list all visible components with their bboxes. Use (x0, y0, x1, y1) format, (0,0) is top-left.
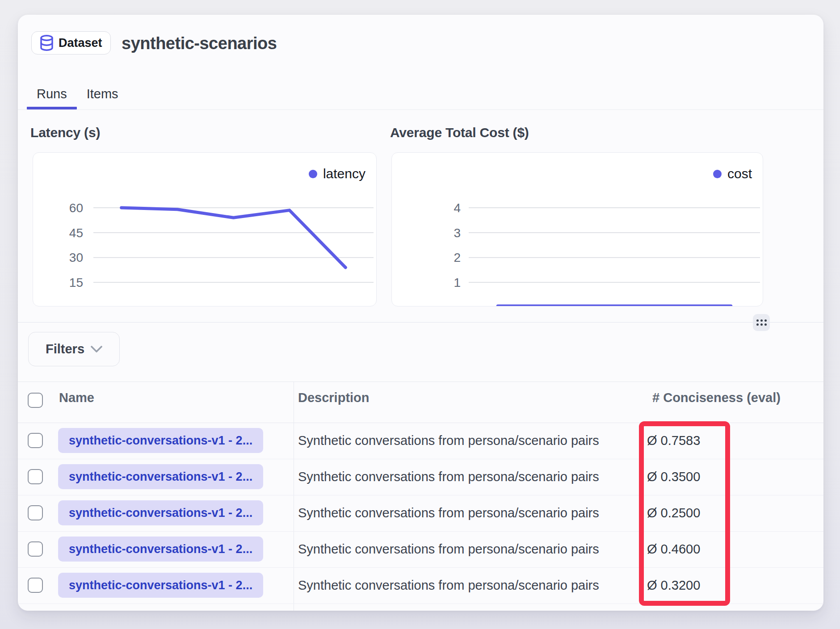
grid-dots (756, 319, 767, 326)
tabs-divider (18, 109, 823, 110)
run-name-link[interactable]: synthetic-conversations-v1 - 2... (58, 573, 263, 598)
filters-label: Filters (46, 342, 84, 356)
row-checkbox[interactable] (28, 505, 43, 520)
latency-chart-title: Latency (s) (30, 125, 100, 140)
column-header-name[interactable]: Name (59, 390, 94, 405)
database-icon (40, 35, 54, 51)
row-border (18, 567, 823, 568)
conciseness-value: Ø 0.7583 (647, 433, 700, 448)
cost-chart: 4321 cost (391, 152, 763, 306)
dataset-panel: Dataset synthetic-scenarios Runs Items L… (18, 15, 823, 611)
row-border (18, 495, 823, 495)
svg-text:3: 3 (454, 226, 461, 240)
column-header-conciseness[interactable]: # Conciseness (eval) (652, 390, 781, 405)
tab-items-label: Items (87, 87, 118, 101)
row-border (18, 604, 823, 604)
cost-legend-dot (713, 170, 722, 178)
charts-table-divider (18, 322, 823, 323)
row-checkbox[interactable] (28, 578, 43, 593)
latency-legend-dot (309, 170, 317, 178)
column-divider (294, 382, 294, 611)
run-name-link[interactable]: synthetic-conversations-v1 - 2... (58, 537, 263, 562)
run-description: Synthetic conversations from persona/sce… (298, 542, 599, 557)
svg-text:4: 4 (454, 201, 461, 215)
cost-chart-title: Average Total Cost ($) (390, 125, 529, 140)
conciseness-value: Ø 0.3200 (647, 578, 700, 593)
row-border (18, 459, 823, 459)
conciseness-value: Ø 0.3500 (647, 470, 700, 484)
run-description: Synthetic conversations from persona/sce… (298, 578, 599, 593)
latency-chart: 60453015 latency (33, 152, 377, 306)
run-name-link[interactable]: synthetic-conversations-v1 - 2... (58, 428, 263, 453)
cost-legend-label: cost (727, 166, 752, 181)
grid-handle-icon[interactable] (753, 314, 770, 331)
tab-bar: Runs Items (27, 79, 128, 109)
run-name-link[interactable]: synthetic-conversations-v1 - 2... (58, 500, 263, 525)
svg-text:2: 2 (454, 251, 461, 264)
row-checkbox[interactable] (28, 469, 43, 484)
header-bottom-border (18, 423, 823, 423)
row-border (18, 531, 823, 532)
row-checkbox[interactable] (28, 433, 43, 448)
conciseness-value: Ø 0.4600 (647, 542, 700, 557)
svg-text:45: 45 (69, 226, 83, 240)
tab-runs-label: Runs (37, 87, 67, 101)
run-name-link[interactable]: synthetic-conversations-v1 - 2... (58, 464, 263, 489)
filters-button[interactable]: Filters (28, 332, 120, 366)
svg-text:30: 30 (69, 251, 83, 264)
run-description: Synthetic conversations from persona/sce… (298, 470, 599, 484)
run-description: Synthetic conversations from persona/sce… (298, 506, 599, 520)
chevron-down-icon (91, 346, 102, 353)
page-title: synthetic-scenarios (122, 34, 277, 53)
tab-runs[interactable]: Runs (27, 79, 77, 109)
badge-label: Dataset (59, 36, 102, 50)
row-checkbox[interactable] (28, 541, 43, 557)
svg-text:15: 15 (69, 276, 83, 289)
cost-legend[interactable]: cost (713, 166, 752, 181)
select-all-checkbox[interactable] (28, 393, 43, 408)
conciseness-value: Ø 0.2500 (647, 506, 700, 520)
column-header-description[interactable]: Description (298, 390, 370, 405)
svg-text:60: 60 (69, 201, 83, 215)
latency-legend[interactable]: latency (309, 166, 365, 181)
latency-legend-label: latency (323, 166, 365, 181)
svg-text:1: 1 (454, 276, 461, 289)
run-description: Synthetic conversations from persona/sce… (298, 433, 599, 448)
tab-items[interactable]: Items (77, 79, 128, 109)
dataset-type-badge: Dataset (31, 31, 111, 55)
table-top-border (18, 382, 823, 382)
